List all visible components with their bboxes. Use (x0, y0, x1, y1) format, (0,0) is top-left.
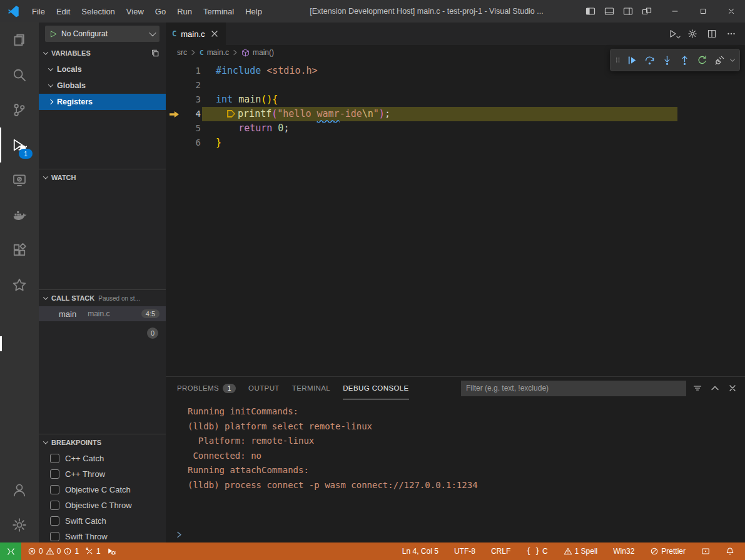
platform-status[interactable]: Win32 (610, 542, 637, 560)
screencast-status[interactable] (698, 542, 713, 560)
chevron-right-icon (48, 99, 53, 104)
breakpoint-item-c-catch[interactable]: C++ Catch (39, 451, 166, 466)
variables-item-locals[interactable]: Locals (39, 61, 166, 78)
close-panel-icon[interactable] (727, 383, 737, 393)
sidebar-item-star[interactable] (0, 268, 39, 302)
breakpoint-item-swift-throw[interactable]: Swift Throw (39, 529, 166, 542)
menu-terminal[interactable]: Terminal (198, 0, 240, 22)
continue-button[interactable] (624, 52, 640, 68)
copy-icon[interactable] (151, 49, 160, 58)
settings-button[interactable] (0, 508, 39, 542)
debug-status[interactable] (104, 542, 119, 560)
spell-checker-status[interactable]: 1 Spell (560, 542, 601, 560)
breakpoint-item-objective-c-catch[interactable]: Objective C Catch (39, 482, 166, 498)
breakpoint-gutter[interactable] (166, 64, 182, 78)
breakpoint-item-swift-catch[interactable]: Swift Catch (39, 513, 166, 529)
menu-selection[interactable]: Selection (76, 0, 120, 22)
variables-section: VARIABLES LocalsGlobalsRegisters (39, 45, 166, 169)
breadcrumb-src[interactable]: src (177, 48, 187, 57)
breakpoint-checkbox[interactable] (50, 532, 59, 541)
menu-help[interactable]: Help (240, 0, 268, 22)
breakpoint-checkbox[interactable] (50, 485, 59, 494)
launch-configuration-dropdown[interactable]: No Configurat (45, 26, 160, 42)
frame-position-badge: 4:5 (141, 309, 160, 318)
cursor-position[interactable]: Ln 4, Col 5 (399, 542, 442, 560)
menu-view[interactable]: View (121, 0, 150, 22)
sidebar-item-remote-explorer[interactable] (0, 162, 39, 198)
toggle-secondary-sidebar-icon[interactable] (623, 6, 633, 16)
step-over-button[interactable] (641, 52, 657, 68)
menu-go[interactable]: Go (150, 0, 171, 22)
eol-selector[interactable]: CRLF (488, 542, 514, 560)
console-filter-input[interactable] (461, 381, 686, 396)
variables-header[interactable]: VARIABLES (39, 45, 166, 61)
formatter-status[interactable]: Prettier (647, 542, 689, 560)
sidebar-item-docker[interactable] (0, 198, 39, 232)
menu-run[interactable]: Run (171, 0, 198, 22)
breakpoint-checkbox[interactable] (50, 501, 59, 510)
filter-lines-icon[interactable] (692, 383, 702, 393)
code-token: \n (362, 108, 373, 119)
breakpoints-header[interactable]: BREAKPOINTS (39, 434, 166, 451)
stack-frame-row[interactable]: main main.c 4:5 (39, 306, 166, 321)
sidebar-item-source-control[interactable] (0, 92, 39, 128)
menu-file[interactable]: File (26, 0, 51, 22)
breakpoint-gutter[interactable] (166, 78, 182, 92)
maximize-panel-icon[interactable] (710, 383, 720, 393)
minimize-button[interactable] (661, 0, 689, 22)
toggle-sidebar-icon[interactable] (585, 6, 595, 16)
restart-button[interactable] (694, 52, 710, 68)
problems-status[interactable]: 0 0 1 (24, 542, 82, 560)
variables-item-registers[interactable]: Registers (39, 94, 166, 110)
breakpoint-checkbox[interactable] (50, 469, 59, 479)
breakpoint-gutter[interactable] (166, 121, 182, 136)
split-editor-icon[interactable] (707, 29, 717, 39)
toggle-panel-icon[interactable] (604, 6, 614, 16)
account-button[interactable] (0, 472, 39, 508)
menu-edit[interactable]: Edit (51, 0, 76, 22)
sidebar-item-extensions[interactable] (0, 232, 39, 268)
watch-header[interactable]: WATCH (39, 169, 166, 186)
breakpoint-item-c-throw[interactable]: C++ Throw (39, 466, 166, 482)
breakpoint-checkbox[interactable] (50, 516, 59, 526)
remote-indicator[interactable] (0, 542, 21, 560)
breadcrumb-file[interactable]: main.c (207, 48, 229, 57)
more-actions-icon[interactable] (726, 29, 736, 39)
run-or-debug-icon[interactable] (668, 29, 678, 39)
step-out-button[interactable] (676, 52, 692, 68)
panel-tab-debug-console[interactable]: DEBUG CONSOLE (343, 377, 409, 399)
customize-layout-icon[interactable] (642, 6, 652, 16)
breakpoint-gutter[interactable] (166, 136, 182, 150)
panel-tab-output[interactable]: OUTPUT (248, 377, 280, 399)
editor[interactable]: 1#include <stdio.h>23int main(){4 printf… (166, 60, 745, 376)
close-tab-icon[interactable] (210, 29, 220, 39)
variables-item-globals[interactable]: Globals (39, 78, 166, 94)
chevron-down-icon[interactable] (730, 56, 735, 61)
notifications-status[interactable] (722, 542, 737, 560)
sidebar-item-explorer[interactable] (0, 22, 39, 58)
sidebar-item-search[interactable] (0, 58, 39, 92)
panel-tab-problems[interactable]: PROBLEMS1 (177, 377, 236, 399)
panel-tab-terminal[interactable]: TERMINAL (292, 377, 330, 399)
breakpoint-gutter[interactable] (166, 107, 182, 121)
tab-main-c[interactable]: C main.c (166, 22, 226, 45)
step-into-button[interactable] (659, 52, 675, 68)
toolbar-grip-icon[interactable] (614, 52, 622, 68)
debug-toolbar (610, 49, 740, 71)
panel-tab-label: OUTPUT (248, 384, 280, 392)
breadcrumb-symbol[interactable]: main() (253, 48, 274, 57)
sidebar-item-run-and-debug[interactable]: 1 (0, 128, 39, 162)
call-stack-header[interactable]: CALL STACK Paused on st... (39, 290, 166, 306)
disconnect-button[interactable] (711, 52, 727, 68)
debug-console-input[interactable] (166, 526, 745, 542)
language-mode-selector[interactable]: { } C (523, 542, 550, 560)
editor-settings-gear-icon[interactable] (687, 29, 697, 39)
maximize-button[interactable] (689, 0, 717, 22)
debug-console-output[interactable]: Running initCommands:(lldb) platform sel… (166, 399, 745, 526)
tools-status[interactable]: 1 (82, 542, 104, 560)
close-window-button[interactable] (717, 0, 745, 22)
breakpoint-item-objective-c-throw[interactable]: Objective C Throw (39, 498, 166, 513)
encoding-selector[interactable]: UTF-8 (451, 542, 479, 560)
breakpoint-gutter[interactable] (166, 92, 182, 107)
breakpoint-checkbox[interactable] (50, 454, 59, 463)
